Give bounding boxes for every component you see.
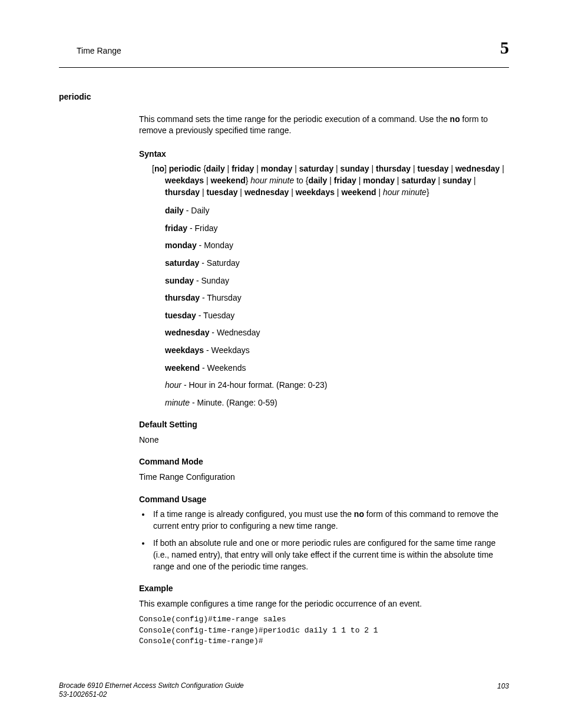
footer-doc-number: 53-1002651-02 [59, 690, 244, 700]
parameter-list: daily - Dailyfriday - Fridaymonday - Mon… [152, 205, 509, 409]
chapter-number: 5 [500, 35, 509, 60]
example-code: Console(config)#time-range sales Console… [139, 614, 509, 647]
command-usage-list: If a time range is already configured, y… [139, 509, 509, 572]
usage-item: If both an absolute rule and one or more… [151, 538, 509, 572]
parameter-item: tuesday - Tuesday [165, 310, 509, 322]
page-header: Time Range 5 [64, 35, 509, 60]
parameter-item: saturday - Saturday [165, 258, 509, 269]
syntax-line: [no] periodic {daily | friday | monday |… [152, 163, 509, 198]
example-title: Example [139, 583, 509, 595]
default-setting-title: Default Setting [139, 419, 509, 431]
parameter-item: thursday - Thursday [165, 292, 509, 304]
syntax-block: [no] periodic {daily | friday | monday |… [139, 163, 509, 409]
parameter-item: friday - Friday [165, 223, 509, 235]
parameter-item: weekend - Weekends [165, 363, 509, 374]
footer-doc-title: Brocade 6910 Ethernet Access Switch Conf… [59, 681, 244, 691]
usage-item: If a time range is already configured, y… [151, 509, 509, 532]
default-setting-value: None [139, 434, 509, 446]
parameter-item: wednesday - Wednesday [165, 327, 509, 339]
parameter-item: daily - Daily [165, 205, 509, 217]
parameter-item: monday - Monday [165, 240, 509, 252]
page-footer: Brocade 6910 Ethernet Access Switch Conf… [59, 681, 509, 700]
command-mode-value: Time Range Configuration [139, 472, 509, 483]
command-usage-title: Command Usage [139, 494, 509, 506]
command-name: periodic [59, 91, 509, 103]
example-intro: This example configures a time range for… [139, 598, 509, 610]
command-mode-title: Command Mode [139, 456, 509, 468]
syntax-title: Syntax [139, 149, 509, 160]
parameter-item: minute - Minute. (Range: 0-59) [165, 397, 509, 409]
content-body: This command sets the time range for the… [64, 114, 509, 647]
header-section-title: Time Range [64, 45, 121, 57]
command-description: This command sets the time range for the… [139, 114, 509, 137]
header-divider [59, 67, 509, 68]
parameter-item: sunday - Sunday [165, 275, 509, 287]
parameter-item: hour - Hour in 24-hour format. (Range: 0… [165, 380, 509, 391]
page-number: 103 [497, 681, 509, 700]
parameter-item: weekdays - Weekdays [165, 345, 509, 357]
